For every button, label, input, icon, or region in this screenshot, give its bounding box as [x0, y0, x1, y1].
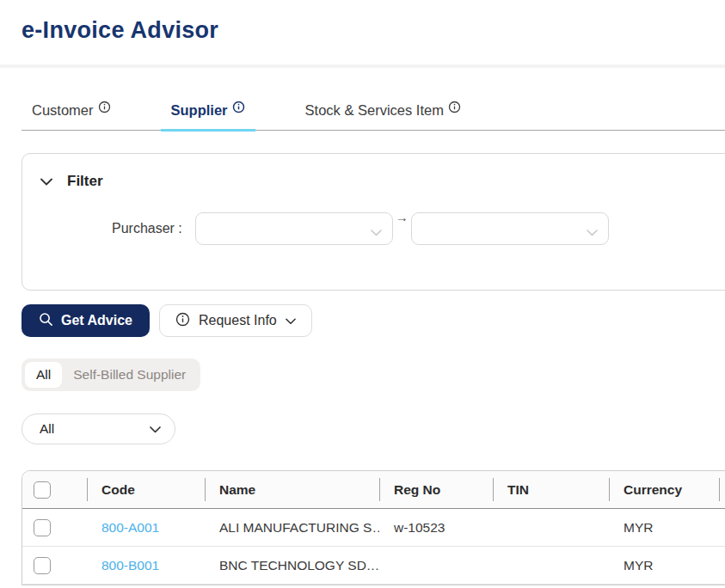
get-advice-label: Get Advice	[61, 313, 132, 328]
suppliers-table: CodeNameReg NoTINCurrency 800-A001ALI MA…	[22, 470, 725, 585]
supplier-name-cell: ALI MANUFACTURING S…	[205, 509, 379, 546]
select-all-checkbox[interactable]	[34, 481, 51, 499]
column-header	[719, 471, 725, 508]
info-icon[interactable]	[448, 101, 461, 113]
row-checkbox-cell	[22, 509, 87, 546]
supplier-tin-cell	[493, 547, 609, 584]
chevron-down-icon[interactable]	[40, 174, 52, 189]
info-icon[interactable]	[232, 101, 245, 113]
chevron-down-icon	[587, 224, 598, 240]
supplier-reg-no-cell: w-10523	[379, 509, 493, 546]
app-header: e-Invoice Advisor	[0, 0, 725, 68]
search-icon	[39, 312, 53, 330]
row-trailing-cell	[719, 509, 725, 546]
tab-stock-services-item[interactable]: Stock & Services Item	[295, 102, 471, 130]
range-arrow: →	[396, 210, 409, 224]
segment-all[interactable]: All	[25, 362, 62, 388]
supplier-currency-cell: MYR	[609, 547, 719, 584]
row-checkbox[interactable]	[34, 557, 51, 574]
tab-supplier[interactable]: Supplier	[161, 102, 255, 130]
tab-supplier-label: Supplier	[171, 102, 228, 119]
purchaser-to-select[interactable]	[411, 212, 609, 245]
supplier-reg-no-cell	[379, 547, 493, 584]
header-checkbox-cell	[22, 471, 87, 508]
actions-row: Get Advice Request Info	[22, 304, 725, 337]
list-filter-value: All	[40, 421, 54, 437]
supplier-type-segmented: All Self-Billed Supplier	[22, 358, 200, 391]
get-advice-button[interactable]: Get Advice	[22, 304, 150, 337]
column-header: Currency	[609, 471, 719, 508]
chevron-down-icon	[286, 313, 296, 328]
table-header-row: CodeNameReg NoTINCurrency	[22, 471, 725, 509]
filter-title: Filter	[67, 173, 103, 190]
row-trailing-cell	[719, 547, 725, 584]
column-header: Code	[87, 471, 205, 508]
page: e-Invoice Advisor Customer Supplier Stoc…	[0, 0, 725, 588]
row-checkbox[interactable]	[34, 519, 51, 536]
supplier-tin-cell	[493, 509, 609, 546]
column-header: TIN	[493, 471, 609, 508]
filter-panel: Filter Purchaser : →	[22, 153, 725, 291]
tab-customer-label: Customer	[32, 102, 94, 119]
column-header: Name	[205, 471, 379, 508]
page-title: e-Invoice Advisor	[22, 17, 703, 44]
list-filter-select[interactable]: All	[22, 413, 175, 444]
table-row: 800-A001ALI MANUFACTURING S…w-10523MYR	[22, 509, 725, 547]
column-header: Reg No	[379, 471, 493, 508]
supplier-code-link[interactable]: 800-B001	[87, 547, 205, 584]
request-info-label: Request Info	[199, 313, 277, 328]
tab-customer[interactable]: Customer	[22, 102, 121, 130]
chevron-down-icon	[150, 421, 161, 437]
tab-bar: Customer Supplier Stock & Services Item	[22, 102, 725, 131]
chevron-down-icon	[371, 224, 382, 240]
tab-stock-services-item-label: Stock & Services Item	[305, 102, 444, 119]
purchaser-filter-row: Purchaser : →	[22, 212, 725, 245]
info-icon[interactable]	[98, 101, 111, 113]
info-icon	[175, 312, 190, 330]
request-info-button[interactable]: Request Info	[159, 304, 312, 337]
supplier-name-cell: BNC TECHNOLOGY SD…	[205, 547, 379, 584]
row-checkbox-cell	[22, 547, 87, 584]
supplier-currency-cell: MYR	[609, 509, 719, 546]
table-row: 800-B001BNC TECHNOLOGY SD…MYR	[22, 547, 725, 585]
purchaser-from-select[interactable]	[195, 212, 393, 245]
filter-header[interactable]: Filter	[22, 154, 725, 190]
purchaser-label: Purchaser :	[112, 221, 182, 236]
supplier-code-link[interactable]: 800-A001	[87, 509, 205, 546]
table-body: 800-A001ALI MANUFACTURING S…w-10523MYR80…	[22, 509, 725, 585]
segment-self-billed-supplier[interactable]: Self-Billed Supplier	[62, 362, 197, 388]
